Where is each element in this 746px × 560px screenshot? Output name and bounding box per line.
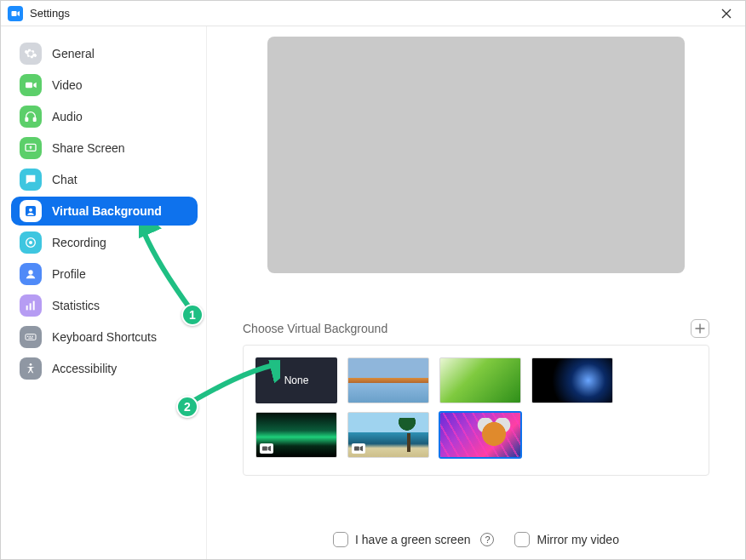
sidebar-item-label: Accessibility	[52, 362, 117, 375]
svg-point-8	[29, 241, 32, 244]
sidebar-item-label: Share Screen	[52, 141, 125, 155]
body: General Video Audio Share Screen	[1, 26, 745, 559]
sidebar-item-label: Virtual Background	[52, 204, 162, 218]
share-screen-icon	[20, 137, 42, 159]
sidebar-item-general[interactable]: General	[11, 39, 198, 68]
background-thumb-none[interactable]: None	[255, 357, 337, 403]
svg-rect-2	[26, 117, 28, 121]
checkbox-box-icon	[514, 532, 530, 547]
svg-rect-1	[26, 83, 32, 89]
keyboard-icon	[20, 326, 42, 348]
accessibility-icon	[20, 357, 42, 380]
svg-point-9	[28, 270, 32, 274]
content-pane: Choose Virtual Background None	[207, 26, 745, 559]
green-screen-checkbox[interactable]: I have a green screen ?	[333, 532, 494, 547]
video-badge-icon	[260, 443, 273, 454]
sidebar-item-label: General	[52, 47, 95, 60]
sidebar-item-chat[interactable]: Chat	[11, 165, 198, 194]
settings-window: Settings General Video	[0, 0, 746, 560]
options-row: I have a green screen ? Mirror my video	[207, 532, 745, 547]
video-preview	[267, 37, 685, 273]
sidebar-item-label: Profile	[52, 267, 86, 281]
sidebar-item-share-screen[interactable]: Share Screen	[11, 134, 198, 163]
add-background-button[interactable]	[691, 319, 709, 338]
profile-icon	[20, 263, 42, 285]
background-thumb-grass[interactable]	[439, 357, 521, 403]
svg-rect-17	[28, 338, 32, 339]
svg-rect-11	[30, 303, 32, 310]
sidebar-item-label: Keyboard Shortcuts	[52, 330, 157, 344]
sidebar-item-label: Recording	[52, 236, 106, 249]
close-button[interactable]	[714, 2, 738, 26]
svg-rect-19	[262, 447, 267, 451]
sidebar-item-keyboard-shortcuts[interactable]: Keyboard Shortcuts	[11, 323, 198, 351]
virtual-background-icon	[20, 200, 42, 222]
green-screen-label: I have a green screen	[355, 533, 470, 546]
video-icon	[20, 74, 42, 96]
sidebar-item-label: Video	[52, 78, 83, 92]
sidebar-item-label: Statistics	[52, 299, 100, 312]
sidebar: General Video Audio Share Screen	[1, 26, 207, 559]
svg-rect-16	[32, 336, 32, 337]
background-thumb-tiger[interactable]	[439, 412, 521, 458]
video-badge-icon	[352, 443, 365, 454]
mirror-label: Mirror my video	[537, 533, 618, 546]
svg-rect-0	[12, 11, 17, 16]
sidebar-item-video[interactable]: Video	[11, 71, 198, 100]
headphones-icon	[20, 106, 42, 128]
svg-rect-12	[33, 301, 35, 311]
background-thumb-aurora[interactable]	[255, 412, 337, 458]
record-icon	[20, 231, 42, 254]
sidebar-item-recording[interactable]: Recording	[11, 228, 198, 257]
sidebar-item-audio[interactable]: Audio	[11, 102, 198, 131]
svg-rect-20	[354, 447, 359, 451]
sidebar-item-label: Audio	[52, 110, 83, 123]
svg-rect-14	[27, 336, 28, 337]
titlebar: Settings	[1, 1, 745, 26]
checkbox-box-icon	[333, 532, 348, 547]
help-icon[interactable]: ?	[480, 533, 494, 546]
gear-icon	[20, 43, 42, 65]
sidebar-item-accessibility[interactable]: Accessibility	[11, 354, 198, 383]
background-thumbnails-panel: None	[243, 345, 709, 476]
svg-point-6	[29, 209, 32, 212]
chat-icon	[20, 169, 42, 191]
window-title: Settings	[30, 7, 70, 20]
svg-rect-10	[26, 306, 28, 310]
sidebar-item-label: Chat	[52, 173, 77, 186]
section-title: Choose Virtual Background	[243, 322, 387, 335]
statistics-icon	[20, 294, 42, 317]
background-thumb-bridge[interactable]	[347, 357, 429, 403]
svg-point-18	[30, 363, 32, 366]
svg-rect-3	[33, 117, 36, 121]
sidebar-item-statistics[interactable]: Statistics	[11, 291, 198, 320]
thumb-none-label: None	[284, 374, 309, 386]
close-icon	[721, 9, 732, 19]
svg-rect-15	[30, 336, 31, 337]
sidebar-item-virtual-background[interactable]: Virtual Background	[11, 197, 198, 226]
app-icon	[8, 6, 23, 21]
background-thumb-earth[interactable]	[531, 357, 613, 403]
background-thumb-beach[interactable]	[347, 412, 429, 458]
sidebar-item-profile[interactable]: Profile	[11, 260, 198, 289]
mirror-video-checkbox[interactable]: Mirror my video	[514, 532, 618, 547]
plus-icon	[695, 323, 705, 334]
